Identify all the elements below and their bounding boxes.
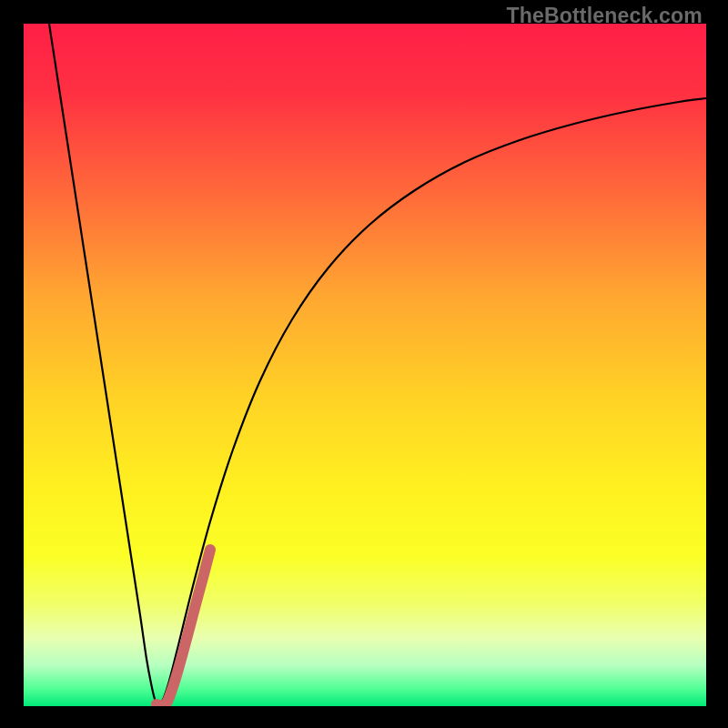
chart-plot-area	[24, 24, 706, 706]
watermark-text: TheBottleneck.com	[506, 4, 703, 28]
chart-background-gradient	[24, 24, 706, 706]
chart-svg	[24, 24, 706, 706]
